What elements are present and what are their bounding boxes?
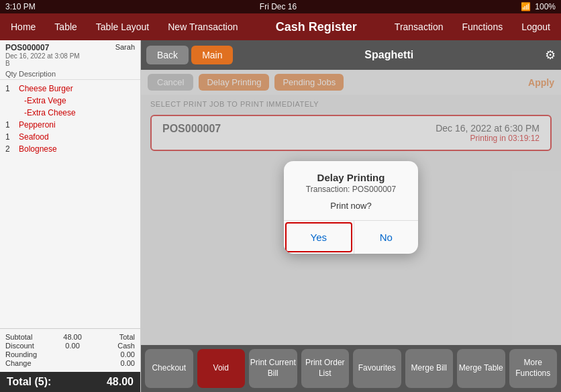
subtotal-value: 48.00: [63, 333, 82, 341]
favourites-button[interactable]: Favourites: [353, 349, 401, 388]
nav-title: Cash Register: [276, 20, 357, 34]
change-row: Change 0.00: [5, 359, 135, 367]
status-date: Fri Dec 16: [260, 2, 297, 11]
order-panel: Sarah POS000007 Dec 16, 2022 at 3:08 PM …: [0, 40, 141, 392]
dialog-title: Delay Printing: [284, 161, 418, 185]
main-button[interactable]: Main: [191, 46, 233, 64]
status-bar: 3:10 PM Fri Dec 16 📶 100%: [0, 0, 561, 13]
total-value: 48.00: [107, 376, 134, 388]
cash-label: Total: [119, 333, 135, 341]
void-button[interactable]: Void: [197, 349, 246, 388]
dialog-message: Print now?: [284, 197, 418, 220]
discount-label: Discount: [5, 342, 34, 350]
order-totals: Subtotal 48.00 Total Discount 0.00 Cash …: [0, 328, 140, 372]
table-label: B: [5, 60, 135, 67]
nav-logout[interactable]: Logout: [517, 19, 554, 35]
nav-home[interactable]: Home: [7, 19, 40, 35]
dialog-buttons: Yes No: [284, 220, 418, 254]
back-button[interactable]: Back: [146, 46, 189, 64]
col-headers: Qty Description: [0, 68, 140, 80]
top-nav: Home Table Table Layout New Transaction …: [0, 13, 561, 40]
print-overlay: Cancel Delay Printing Pending Jobs Apply…: [141, 70, 561, 345]
nav-right: Transaction Functions Logout: [391, 19, 554, 35]
dialog-overlay: Delay Printing Transaction: POS000007 Pr…: [141, 70, 561, 345]
grand-total: Total (5): 48.00: [0, 372, 140, 392]
nav-table-layout[interactable]: Table Layout: [92, 19, 153, 35]
nav-left: Home Table Table Layout New Transaction: [7, 19, 242, 35]
order-items: 1 Cheese Burger -Extra Vege -Extra Chees…: [0, 80, 140, 328]
bottom-bar: Checkout Void Print Current Bill Print O…: [141, 345, 561, 392]
list-item: 1 Seafood: [0, 131, 140, 143]
rounding-row: Rounding 0.00: [5, 350, 135, 358]
more-functions-button[interactable]: More Functions: [509, 349, 558, 388]
settings-icon[interactable]: ⚙: [545, 48, 556, 62]
col-qty-header: Qty: [5, 70, 19, 78]
list-item: 1 Pepperoni: [0, 119, 140, 131]
server-name: Sarah: [115, 43, 135, 51]
print-current-bill-button[interactable]: Print Current Bill: [249, 349, 297, 388]
nav-new-transaction[interactable]: New Transaction: [164, 19, 242, 35]
sub-nav: Back Main Spaghetti ⚙: [141, 40, 561, 70]
order-date: Dec 16, 2022 at 3:08 PM: [5, 52, 135, 60]
change-value: 0.00: [121, 359, 135, 367]
status-right: 📶 100%: [521, 2, 556, 11]
list-item: -Extra Vege: [0, 95, 140, 107]
main-area: Sarah POS000007 Dec 16, 2022 at 3:08 PM …: [0, 40, 561, 392]
print-order-list-button[interactable]: Print Order List: [301, 349, 350, 388]
wifi-icon: 📶: [521, 2, 531, 11]
col-desc-header: Description: [19, 70, 135, 78]
dialog-box: Delay Printing Transaction: POS000007 Pr…: [284, 161, 418, 254]
cash-value: Cash: [117, 342, 135, 350]
change-label: Change: [5, 359, 32, 367]
list-item: -Extra Cheese: [0, 107, 140, 119]
discount-value: 0.00: [65, 342, 79, 350]
merge-table-button[interactable]: Merge Table: [457, 349, 505, 388]
nav-functions[interactable]: Functions: [458, 19, 507, 35]
rounding-label: Rounding: [5, 350, 37, 358]
subtotal-row: Subtotal 48.00 Total: [5, 333, 135, 341]
rounding-value: 0.00: [121, 350, 135, 358]
merge-bill-button[interactable]: Merge Bill: [405, 349, 454, 388]
right-panel: Back Main Spaghetti ⚙ Cancel Delay Print…: [141, 40, 561, 392]
list-item: 2 Bolognese: [0, 143, 140, 155]
restaurant-name: Spaghetti: [236, 49, 542, 61]
subtotal-label: Subtotal: [5, 333, 32, 341]
order-info: Sarah POS000007 Dec 16, 2022 at 3:08 PM …: [0, 40, 140, 68]
discount-row: Discount 0.00 Cash: [5, 342, 135, 350]
status-time: 3:10 PM: [5, 2, 36, 11]
checkout-button[interactable]: Checkout: [145, 349, 193, 388]
nav-transaction[interactable]: Transaction: [391, 19, 448, 35]
list-item: 1 Cheese Burger: [0, 83, 140, 95]
dialog-subtitle: Transaction: POS000007: [284, 185, 418, 197]
total-label: Total (5):: [7, 376, 51, 388]
battery-label: 100%: [535, 2, 556, 11]
nav-table[interactable]: Table: [50, 19, 81, 35]
yes-button[interactable]: Yes: [285, 222, 352, 252]
no-button[interactable]: No: [354, 221, 419, 254]
